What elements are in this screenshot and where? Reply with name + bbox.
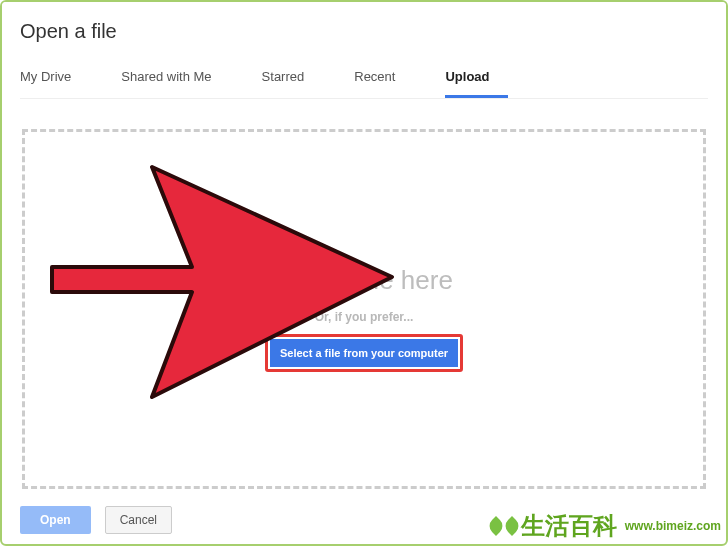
- file-dropzone[interactable]: Drag a file here Or, if you prefer... Se…: [22, 129, 706, 489]
- leaf-icon: [486, 516, 506, 536]
- dropzone-main-text: Drag a file here: [275, 265, 453, 296]
- tab-starred[interactable]: Starred: [262, 61, 323, 98]
- cancel-button[interactable]: Cancel: [105, 506, 172, 534]
- dialog-title: Open a file: [20, 20, 708, 43]
- open-button[interactable]: Open: [20, 506, 91, 534]
- select-file-button[interactable]: Select a file from your computer: [270, 339, 458, 367]
- tab-shared-with-me[interactable]: Shared with Me: [121, 61, 229, 98]
- annotation-highlight-box: Select a file from your computer: [265, 334, 463, 372]
- tab-upload[interactable]: Upload: [445, 61, 507, 98]
- open-file-dialog: Open a file My Drive Shared with Me Star…: [2, 2, 726, 489]
- upload-panel: Drag a file here Or, if you prefer... Se…: [20, 99, 708, 489]
- watermark: 生活百科 www.bimeiz.com: [489, 510, 721, 542]
- dropzone-sub-text: Or, if you prefer...: [315, 310, 414, 324]
- dialog-footer: Open Cancel: [20, 506, 172, 534]
- tab-recent[interactable]: Recent: [354, 61, 413, 98]
- watermark-url: www.bimeiz.com: [625, 519, 721, 533]
- watermark-text-cn: 生活百科: [521, 510, 617, 542]
- file-picker-tabs: My Drive Shared with Me Starred Recent U…: [20, 61, 708, 99]
- leaf-icon: [502, 516, 522, 536]
- tab-my-drive[interactable]: My Drive: [20, 61, 89, 98]
